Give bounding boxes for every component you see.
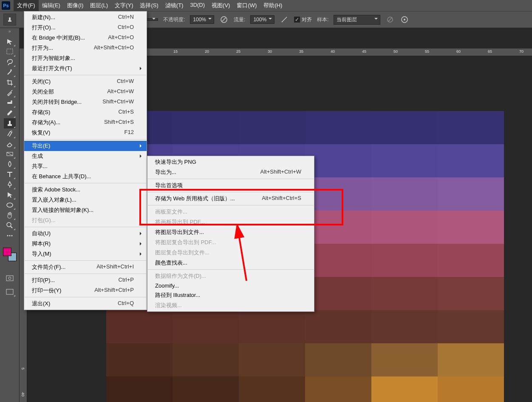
menu-item[interactable]: 导出为...Alt+Shift+Ctrl+W [147,167,314,177]
lasso-tool[interactable] [4,57,16,67]
menu-item[interactable]: 路径到 Illustrator... [147,290,314,300]
move-tool[interactable] [4,37,16,47]
pen-tool-icon [6,181,14,188]
menu-item[interactable]: 编辑(E) [39,0,64,11]
menu-item[interactable]: 存储为 Web 所用格式（旧版）...Alt+Shift+Ctrl+S [147,194,314,204]
menu-item[interactable]: 帮助(H) [260,0,286,11]
svg-point-14 [7,203,13,207]
blur-tool[interactable] [4,159,16,169]
pressure-size-icon[interactable] [400,15,409,24]
magic-wand-tool[interactable] [4,67,16,77]
menu-item[interactable]: 视图(V) [208,0,233,11]
screenmode-icon[interactable] [4,287,16,297]
ellipse-tool[interactable] [4,200,16,210]
zoom-tool[interactable] [4,220,16,231]
menu-item[interactable]: 自动(U) [24,228,147,239]
menu-item[interactable]: 文件简介(F)...Alt+Shift+Ctrl+I [24,262,147,272]
menu-item[interactable]: Zoomify... [147,281,314,290]
menu-item[interactable]: 图像(I) [64,0,87,11]
hand-tool[interactable] [4,210,16,220]
menu-item[interactable]: 导出首选项 [147,180,314,191]
blur-tool-icon [6,160,14,168]
healing-brush-tool[interactable] [4,98,16,108]
clone-stamp-tool[interactable] [4,118,16,128]
menu-item[interactable]: 关闭(C)Ctrl+W [24,77,147,87]
menu-item[interactable]: 打印(P)...Ctrl+P [24,275,147,285]
menu-item[interactable]: 恢复(V)F12 [24,128,147,138]
history-brush-tool[interactable] [4,128,16,139]
menu-item[interactable]: 最近打开文件(T) [24,63,147,74]
menu-item[interactable]: 导入(M) [24,249,147,259]
path-selection-tool[interactable] [4,190,16,200]
menu-item[interactable]: 选择(S) [136,0,161,11]
menu-item[interactable]: 在 Bridge 中浏览(B)...Alt+Ctrl+O [24,33,147,43]
menu-item[interactable]: 打印一份(Y)Alt+Shift+Ctrl+P [24,285,147,296]
menu-item[interactable]: 打开为智能对象... [24,53,147,63]
airbrush-icon[interactable] [280,15,289,24]
menu-item[interactable]: 文字(Y) [111,0,136,11]
menu-item: 将图层复合导出到 PDF... [147,237,314,248]
menu-item[interactable]: 文件(F) [14,0,39,11]
menu-item[interactable]: 共享... [24,161,147,171]
menu-item[interactable]: 生成 [24,151,147,161]
magic-wand-tool-icon [6,68,14,76]
align-checkbox[interactable]: ✓对齐 [294,16,312,23]
svg-rect-8 [7,49,13,54]
menu-item[interactable]: 在 Behance 上共享(D)... [24,171,147,182]
menu-item[interactable]: 图层(L) [87,0,111,11]
menu-item[interactable]: 存储(S)Ctrl+S [24,107,147,117]
menu-item[interactable]: 颜色查找表... [147,258,314,268]
tool-preset-button[interactable] [3,14,16,26]
type-tool[interactable] [4,169,16,180]
color-swatches[interactable] [3,248,17,261]
marquee-tool[interactable] [4,47,16,57]
menu-item[interactable]: 搜索 Adobe Stock... [24,185,147,195]
pen-tool[interactable] [4,180,16,190]
pressure-opacity-icon[interactable] [219,15,229,24]
menu-item[interactable]: 关闭并转到 Bridge...Shift+Ctrl+W [24,97,147,107]
menu-item[interactable]: 打开为...Alt+Shift+Ctrl+O [24,43,147,53]
svg-rect-9 [7,102,12,104]
crop-tool-icon [6,79,14,86]
menu-item[interactable]: 存储为(A)...Shift+Ctrl+S [24,117,147,128]
menu-item[interactable]: 置入链接的智能对象(K)... [24,205,147,215]
svg-point-20 [8,277,11,279]
hand-tool-icon [6,211,14,219]
svg-line-5 [388,17,392,22]
ellipse-tool-icon [6,201,14,209]
svg-rect-0 [8,20,11,22]
menu-item[interactable]: 3D(D) [187,0,208,11]
menu-item[interactable]: 打开(O)...Ctrl+O [24,23,147,33]
menu-item: 画板至文件... [147,207,314,217]
menu-item[interactable]: 新建(N)...Ctrl+N [24,12,147,23]
menu-item[interactable]: 窗口(W) [233,0,260,11]
menu-item[interactable]: 快速导出为 PNG [147,157,314,167]
quickmask-icon[interactable] [4,273,16,283]
move-tool-icon [6,38,14,46]
eyedropper-tool[interactable] [4,88,16,98]
gradient-tool[interactable] [4,149,16,159]
crop-tool[interactable] [4,77,16,88]
opacity-value[interactable]: 100% [190,15,214,24]
menu-item[interactable]: 退出(X)Ctrl+Q [24,299,147,309]
menu-item[interactable]: 关闭全部Alt+Ctrl+W [24,87,147,97]
svg-rect-1 [9,17,11,20]
foreground-color-swatch[interactable] [3,248,11,256]
menu-item[interactable]: 滤镜(T) [162,0,187,11]
edit-toolbar[interactable] [4,231,16,241]
menu-item[interactable]: 将图层导出到文件... [147,227,314,237]
svg-point-15 [7,222,11,227]
flow-value[interactable]: 100% [250,15,274,24]
toolbar-expand-icon[interactable]: » [0,28,19,34]
eraser-tool[interactable] [4,139,16,149]
healing-brush-tool-icon [6,99,14,107]
sample-dropdown[interactable]: 当前图层 [334,15,380,25]
ignore-adjustment-icon[interactable] [385,15,395,24]
svg-rect-21 [6,289,13,294]
menu-item[interactable]: 导出(E) [24,141,147,151]
ps-logo-icon: Ps [2,1,10,10]
brush-tool[interactable] [4,108,16,118]
menu-item[interactable]: 置入嵌入对象(L)... [24,195,147,205]
menu-item[interactable]: 脚本(R) [24,239,147,249]
menu-item: 渲染视频... [147,300,314,311]
